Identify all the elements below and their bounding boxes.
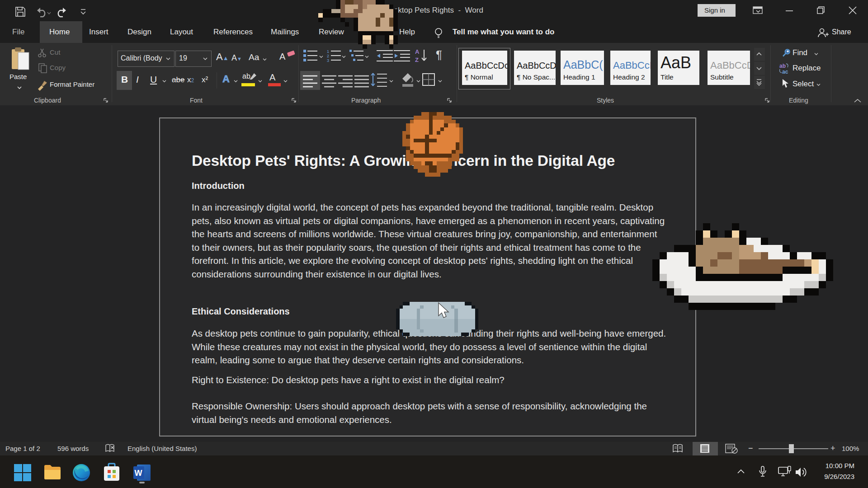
- svg-text:2: 2: [327, 54, 329, 58]
- svg-text:ac: ac: [782, 69, 788, 75]
- svg-text:Z: Z: [415, 56, 419, 63]
- svg-text:3: 3: [327, 58, 329, 63]
- svg-text:A: A: [415, 48, 420, 55]
- svg-text:W: W: [135, 469, 142, 478]
- svg-text:ab: ab: [779, 63, 786, 69]
- svg-text:1: 1: [327, 49, 329, 54]
